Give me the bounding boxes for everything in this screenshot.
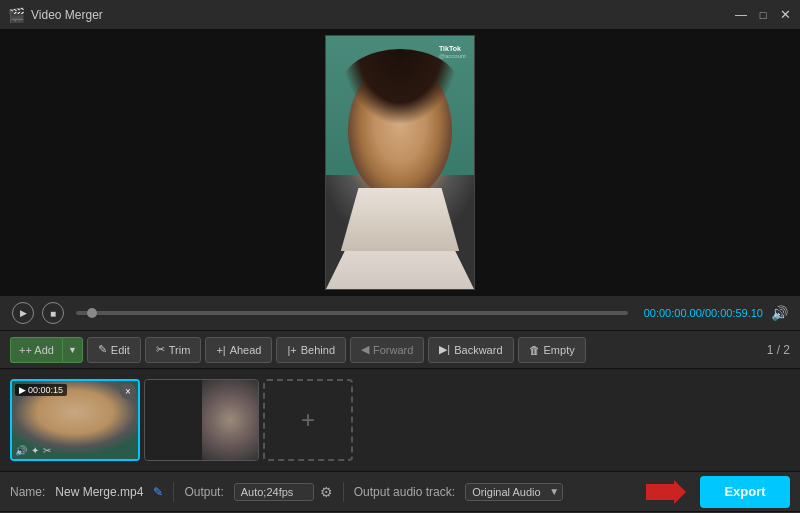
audio-label: Output audio track: xyxy=(354,485,455,499)
svg-marker-0 xyxy=(646,480,686,504)
audio-track-select[interactable]: Original Audio xyxy=(465,483,563,501)
file-name: New Merge.mp4 xyxy=(55,485,143,499)
toolbar: + + Add ▼ ✎ ✎ Edit Edit ✂ Trim +| + Ahea… xyxy=(0,331,800,369)
time-display: 00:00:00.00/00:00:59.10 xyxy=(644,307,763,319)
add-dropdown-arrow[interactable]: ▼ xyxy=(62,337,83,363)
minimize-button[interactable]: — xyxy=(734,8,748,22)
add-button-group: + + Add ▼ xyxy=(10,337,83,363)
edit-name-icon[interactable]: ✎ xyxy=(153,485,163,499)
ahead-button[interactable]: +| + Ahead Ahead xyxy=(205,337,272,363)
clip-item-2[interactable] xyxy=(144,379,259,461)
video-icon: ▶ xyxy=(19,385,26,395)
bottom-bar: Name: New Merge.mp4 ✎ Output: Auto;24fps… xyxy=(0,471,800,511)
play-button[interactable]: ▶ xyxy=(12,302,34,324)
maximize-button[interactable]: □ xyxy=(756,8,770,22)
time-current: 00:00:00.00 xyxy=(644,307,702,319)
clip-close-1[interactable]: × xyxy=(120,383,136,399)
volume-icon[interactable]: 🔊 xyxy=(771,305,788,321)
trash-icon: 🗑 xyxy=(529,344,540,356)
add-button[interactable]: + + Add xyxy=(10,337,62,363)
stop-button[interactable]: ■ xyxy=(42,302,64,324)
output-settings-icon[interactable]: ⚙ xyxy=(320,484,333,500)
behind-button[interactable]: |+ Behind xyxy=(276,337,346,363)
preview-area: TikTok @account xyxy=(0,30,800,295)
export-button[interactable]: Export xyxy=(700,476,790,508)
scissors-icon: ✂ xyxy=(156,343,165,356)
output-selector: Auto;24fps ⚙ xyxy=(234,483,333,501)
app-icon: 🎬 xyxy=(8,7,25,23)
edit-button[interactable]: ✎ ✎ Edit Edit xyxy=(87,337,141,363)
page-counter: 1 / 2 xyxy=(767,343,790,357)
export-arrow xyxy=(646,480,690,504)
clip-item-1[interactable]: ▶ 00:00:15 × 🔊 ✦ ✂ xyxy=(10,379,140,461)
edit-icon: ✎ xyxy=(98,343,107,356)
backward-icon: ▶| xyxy=(439,343,450,356)
video-preview: TikTok @account xyxy=(325,35,475,290)
cut-icon[interactable]: ✂ xyxy=(43,445,51,456)
empty-button[interactable]: 🗑 🗑 Empty Empty xyxy=(518,337,586,363)
timeline: ▶ 00:00:15 × 🔊 ✦ ✂ + xyxy=(0,369,800,471)
time-total: 00:00:59.10 xyxy=(705,307,763,319)
playback-bar: ▶ ■ 00:00:00.00/00:00:59.10 🔊 xyxy=(0,295,800,331)
behind-icon: |+ xyxy=(287,344,296,356)
audio-icon[interactable]: 🔊 xyxy=(15,445,27,456)
star-icon[interactable]: ✦ xyxy=(31,445,39,456)
add-clip-button[interactable]: + xyxy=(263,379,353,461)
arrow-icon xyxy=(646,480,686,504)
title-bar: 🎬 Video Merger — □ ✕ xyxy=(0,0,800,30)
progress-bar[interactable] xyxy=(76,311,628,315)
app-title: Video Merger xyxy=(31,8,103,22)
output-label: Output: xyxy=(184,485,223,499)
trim-button[interactable]: ✂ Trim xyxy=(145,337,202,363)
ahead-icon: +| xyxy=(216,344,225,356)
separator-2 xyxy=(343,482,344,502)
audio-dropdown-wrapper: Original Audio ▼ xyxy=(465,483,563,501)
backward-button[interactable]: ▶| Backward xyxy=(428,337,513,363)
close-button[interactable]: ✕ xyxy=(778,8,792,22)
name-label: Name: xyxy=(10,485,45,499)
separator-1 xyxy=(173,482,174,502)
clip-controls-1: 🔊 ✦ ✂ xyxy=(15,445,51,456)
tiktok-watermark: TikTok @account xyxy=(439,44,466,61)
forward-icon: ◀ xyxy=(361,343,369,356)
progress-handle[interactable] xyxy=(87,308,97,318)
clip-time-1: ▶ 00:00:15 xyxy=(15,384,67,396)
forward-button[interactable]: ◀ Forward xyxy=(350,337,424,363)
output-value[interactable]: Auto;24fps xyxy=(234,483,314,501)
